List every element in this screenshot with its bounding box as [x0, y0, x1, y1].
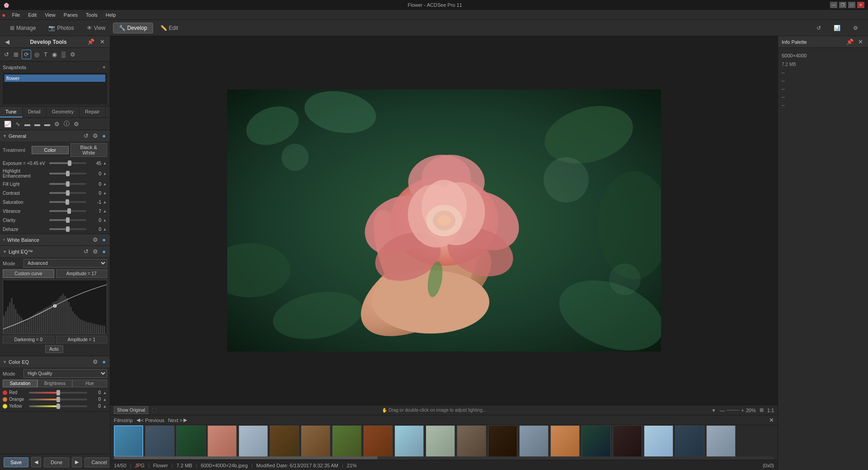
- develop-btn[interactable]: 🔧 Develop: [113, 23, 153, 33]
- color-tab-saturation[interactable]: Saturation: [3, 380, 38, 387]
- tab-tune[interactable]: Tune: [0, 107, 23, 118]
- color-icon-btn[interactable]: ▬: [33, 120, 42, 128]
- fill-light-spin[interactable]: ▲: [103, 182, 107, 186]
- tab-detail[interactable]: Detail: [23, 107, 47, 118]
- film-thumb-13[interactable]: [488, 425, 517, 456]
- menu-view[interactable]: View: [41, 11, 59, 19]
- info-palette-pin-btn[interactable]: 📌: [845, 38, 855, 46]
- menu-panes[interactable]: Panes: [60, 11, 81, 19]
- color-eq-settings-btn[interactable]: ⚙: [91, 358, 99, 366]
- panel-back-btn[interactable]: ◀: [4, 38, 11, 46]
- yellow-spin[interactable]: ▲: [103, 404, 107, 409]
- contrast-spin[interactable]: ▲: [103, 191, 107, 195]
- menu-tools[interactable]: Tools: [82, 11, 101, 19]
- light-eq-header[interactable]: ▼ Light EQ™ ↺ ⚙ ●: [0, 246, 110, 257]
- film-thumb-14[interactable]: [519, 425, 549, 456]
- filmstrip-prev-btn[interactable]: ◀ < Previous: [136, 417, 164, 423]
- minimize-btn[interactable]: —: [830, 2, 837, 8]
- light-eq-settings-btn[interactable]: ⚙: [91, 248, 99, 255]
- clarity-thumb[interactable]: [66, 217, 70, 223]
- film-thumb-1[interactable]: [114, 425, 143, 456]
- color-eq-header[interactable]: ▼ Color EQ ⚙ ●: [0, 356, 110, 367]
- treatment-color-btn[interactable]: Color: [32, 146, 69, 154]
- film-thumb-5[interactable]: [239, 425, 268, 456]
- settings-nav-btn[interactable]: ⚙: [848, 23, 863, 33]
- menu-edit[interactable]: Edit: [24, 11, 40, 19]
- filmstrip-scrollbar[interactable]: [114, 456, 774, 459]
- filmstrip-scrollbar-thumb[interactable]: [114, 456, 378, 459]
- clarity-slider[interactable]: [49, 219, 86, 221]
- nav-text-btn[interactable]: T: [42, 51, 49, 58]
- view-btn[interactable]: 👁 View: [81, 23, 111, 33]
- dropdown-arrow[interactable]: ▼: [711, 408, 716, 413]
- curve-icon-btn[interactable]: ∿: [14, 120, 22, 128]
- film-thumb-20[interactable]: [706, 425, 736, 456]
- mono-icon-btn[interactable]: ▬: [23, 120, 32, 128]
- exposure-thumb[interactable]: [68, 160, 71, 166]
- prev-btn[interactable]: ◀: [31, 457, 41, 467]
- clarity-spin[interactable]: ▲: [103, 218, 107, 222]
- zoom-slider-track[interactable]: ────: [727, 408, 739, 413]
- film-thumb-17[interactable]: [613, 425, 642, 456]
- film-thumb-7[interactable]: [301, 425, 330, 456]
- nav-crop-btn[interactable]: ⊞: [12, 51, 20, 58]
- nav-rotate-btn[interactable]: ⟳: [22, 50, 31, 59]
- vibrance-slider[interactable]: [49, 210, 86, 212]
- auto-btn[interactable]: Auto: [45, 345, 63, 353]
- orange-spin[interactable]: ▲: [103, 397, 107, 402]
- film-thumb-15[interactable]: [550, 425, 580, 456]
- saturation-slider[interactable]: [49, 201, 86, 203]
- image-container[interactable]: [110, 36, 778, 405]
- vibrance-spin[interactable]: ▲: [103, 209, 107, 213]
- panel-pin-btn[interactable]: 📌: [86, 38, 96, 46]
- dehaze-slider[interactable]: [49, 228, 86, 230]
- tab-repair[interactable]: Repair: [80, 107, 105, 118]
- manage-btn[interactable]: ⊞ Manage: [5, 23, 41, 33]
- info-palette-close-btn[interactable]: ✕: [857, 38, 864, 46]
- film-thumb-8[interactable]: [332, 425, 361, 456]
- orange-thumb[interactable]: [56, 397, 60, 402]
- red-slider[interactable]: [29, 392, 87, 394]
- nav-history-btn[interactable]: ↺: [3, 51, 10, 58]
- zoom-out-btn[interactable]: —: [720, 408, 725, 413]
- dehaze-thumb[interactable]: [66, 226, 70, 232]
- chart-btn[interactable]: 📊: [828, 23, 846, 33]
- general-settings-btn[interactable]: ⚙: [91, 132, 99, 140]
- white-balance-header[interactable]: + White Balance ⚙ ●: [0, 234, 110, 245]
- film-thumb-19[interactable]: [675, 425, 704, 456]
- menu-help[interactable]: Help: [102, 11, 120, 19]
- edit-btn[interactable]: ✏️ Edit: [155, 23, 184, 33]
- treatment-bw-btn[interactable]: Black & White: [70, 143, 108, 157]
- saturation-spin[interactable]: ▲: [103, 200, 107, 204]
- hsl-icon-btn[interactable]: ▬: [43, 120, 52, 128]
- restore-btn[interactable]: ❐: [839, 2, 846, 8]
- film-thumb-12[interactable]: [457, 425, 486, 456]
- color-tab-brightness[interactable]: Brightness: [38, 380, 72, 387]
- curve-area[interactable]: [3, 280, 107, 334]
- nav-settings-btn[interactable]: ⚙: [69, 51, 77, 58]
- film-thumb-6[interactable]: [270, 425, 299, 456]
- nav-red-eye-btn[interactable]: ◎: [33, 51, 41, 58]
- dehaze-spin[interactable]: ▲: [103, 227, 107, 231]
- show-original-btn[interactable]: Show Original: [114, 406, 148, 414]
- filmstrip-next-btn[interactable]: Next > ▶: [168, 417, 187, 423]
- exposure-spin-up[interactable]: ▲: [103, 161, 107, 165]
- done-btn[interactable]: Done: [44, 457, 69, 467]
- settings2-icon-btn[interactable]: ⚙: [53, 120, 61, 128]
- nav-vignette-btn[interactable]: ◉: [51, 51, 58, 58]
- red-thumb[interactable]: [56, 390, 60, 395]
- next-btn[interactable]: ▶: [72, 457, 82, 467]
- red-spin[interactable]: ▲: [103, 390, 107, 395]
- fill-light-thumb[interactable]: [66, 181, 70, 187]
- contrast-slider[interactable]: [49, 192, 86, 194]
- film-thumb-9[interactable]: [363, 425, 393, 456]
- photos-btn[interactable]: 📷 Photos: [43, 23, 79, 33]
- wb-settings-btn[interactable]: ⚙: [91, 236, 99, 244]
- cancel-btn[interactable]: Cancel: [84, 457, 110, 467]
- film-thumb-16[interactable]: [582, 425, 611, 456]
- histogram-icon-btn[interactable]: 📈: [3, 120, 13, 128]
- custom-curve-btn[interactable]: Custom curve: [3, 269, 54, 278]
- film-thumb-11[interactable]: [426, 425, 455, 456]
- fill-light-slider[interactable]: [49, 183, 86, 185]
- highlight-spin[interactable]: ▲: [103, 171, 107, 176]
